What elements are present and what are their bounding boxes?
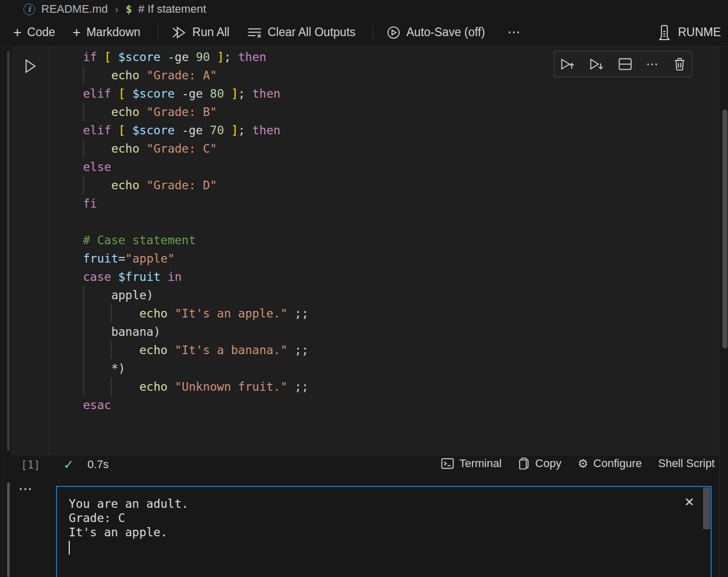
auto-save-label: Auto-Save (off) xyxy=(406,25,485,39)
toolbar-divider xyxy=(158,26,158,39)
runme-label: RUNME xyxy=(678,25,721,39)
cell-bottom-border xyxy=(11,454,719,455)
code-line: else xyxy=(83,158,309,176)
info-icon[interactable]: i xyxy=(23,4,35,15)
clear-all-outputs-label: Clear All Outputs xyxy=(268,25,356,39)
terminal-output[interactable]: You are an adult.Grade: CIt's an apple. … xyxy=(56,486,712,577)
add-markdown-label: Markdown xyxy=(87,25,141,39)
output-line: Grade: C xyxy=(69,511,188,525)
runme-logo-icon xyxy=(657,24,672,41)
copy-label: Copy xyxy=(535,457,561,470)
code-line: echo "Unknown fruit." ;; xyxy=(83,378,309,396)
run-all-icon xyxy=(172,26,187,39)
terminal-cursor xyxy=(69,541,70,555)
add-code-cell-button[interactable]: + Code xyxy=(13,25,55,39)
code-line: elif [ $score -ge 80 ]; then xyxy=(83,84,309,103)
auto-save-icon xyxy=(386,25,401,40)
output-focus-indicator[interactable] xyxy=(7,482,10,577)
notebook-toolbar: + Code + Markdown Run All Clear All Outp… xyxy=(0,18,728,47)
configure-button[interactable]: ⚙ Configure xyxy=(578,457,642,470)
code-line: if [ $score -ge 90 ]; then xyxy=(83,48,309,66)
cell-toolbar: ⋯ xyxy=(554,51,692,77)
toolbar-more-actions-button[interactable]: ⋯ xyxy=(508,24,522,40)
code-line: elif [ $score -ge 70 ]; then xyxy=(83,121,309,139)
code-line: echo "Grade: B" xyxy=(83,103,309,121)
code-line: fi xyxy=(83,194,309,213)
success-check-icon: ✓ xyxy=(63,457,74,472)
clear-outputs-icon xyxy=(247,26,262,39)
clear-all-outputs-button[interactable]: Clear All Outputs xyxy=(247,25,356,39)
runme-button[interactable]: RUNME xyxy=(657,24,721,41)
toolbar-divider xyxy=(373,26,373,39)
execution-count: [1] xyxy=(21,459,40,471)
breadcrumb: i README.md › $ # If statement xyxy=(0,0,728,18)
gear-icon: ⚙ xyxy=(578,457,589,470)
execute-below-icon[interactable] xyxy=(589,57,604,71)
code-line: esac xyxy=(83,396,309,414)
configure-label: Configure xyxy=(593,457,641,470)
plus-icon: + xyxy=(72,27,80,38)
code-line xyxy=(83,213,309,231)
copy-button[interactable]: Copy xyxy=(518,457,561,470)
copy-icon xyxy=(518,457,530,470)
run-all-label: Run All xyxy=(192,25,230,39)
execute-above-icon[interactable] xyxy=(560,57,575,71)
code-line: apple) xyxy=(83,286,309,304)
cell-status-right: Terminal Copy ⚙ Configure Shell Script xyxy=(441,457,715,470)
add-markdown-cell-button[interactable]: + Markdown xyxy=(72,25,140,39)
code-line: *) xyxy=(83,359,309,378)
language-picker[interactable]: Shell Script xyxy=(658,457,715,470)
output-line: You are an adult. xyxy=(69,497,188,511)
terminal-button[interactable]: Terminal xyxy=(441,457,501,470)
add-code-label: Code xyxy=(27,25,55,39)
cell-status-left: ✓ 0.7s xyxy=(63,457,108,472)
code-editor[interactable]: if [ $score -ge 90 ]; thenecho "Grade: A… xyxy=(83,48,309,414)
execution-duration: 0.7s xyxy=(88,458,109,471)
code-line: echo "It's a banana." ;; xyxy=(83,341,309,359)
terminal-output-text: You are an adult.Grade: CIt's an apple. xyxy=(69,497,188,555)
plus-icon: + xyxy=(13,27,21,38)
breadcrumb-section[interactable]: # If statement xyxy=(138,3,206,16)
breadcrumb-file[interactable]: README.md xyxy=(41,3,108,16)
output-line: It's an apple. xyxy=(69,525,188,539)
code-line: case $fruit in xyxy=(83,268,309,286)
editor-left-edge xyxy=(3,47,3,577)
scrollbar-track-divider xyxy=(719,47,720,577)
terminal-label: Terminal xyxy=(459,457,501,470)
code-line: echo "Grade: A" xyxy=(83,66,309,84)
cell-focus-indicator[interactable] xyxy=(7,51,10,451)
shell-symbol-icon: $ xyxy=(126,3,132,15)
code-line: fruit="apple" xyxy=(83,249,309,268)
code-line: echo "Grade: C" xyxy=(83,139,309,158)
notebook-scrollbar[interactable] xyxy=(722,109,727,349)
code-line: banana) xyxy=(83,323,309,341)
gutter-divider xyxy=(48,47,49,454)
code-line: # Case statement xyxy=(83,231,309,249)
auto-save-toggle[interactable]: Auto-Save (off) xyxy=(386,25,485,40)
cell-more-actions-icon[interactable]: ⋯ xyxy=(646,57,659,71)
output-more-actions-button[interactable]: ⋯ xyxy=(18,480,34,497)
output-scrollbar[interactable] xyxy=(703,487,710,529)
delete-cell-icon[interactable] xyxy=(673,57,686,71)
close-icon[interactable]: ✕ xyxy=(684,495,694,509)
code-line: echo "Grade: D" xyxy=(83,176,309,194)
code-line: echo "It's an apple." ;; xyxy=(83,304,309,323)
split-cell-icon[interactable] xyxy=(618,57,632,71)
run-all-button[interactable]: Run All xyxy=(172,25,230,39)
terminal-icon xyxy=(441,457,454,470)
chevron-right-icon: › xyxy=(115,3,119,15)
run-cell-button[interactable] xyxy=(21,56,40,76)
